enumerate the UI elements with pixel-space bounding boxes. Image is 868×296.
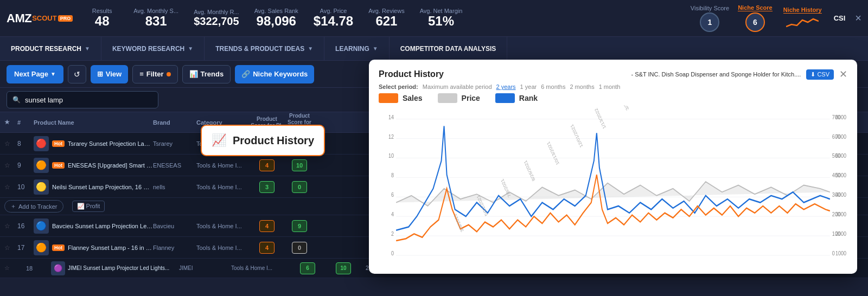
legend-price-box: [438, 93, 457, 103]
nav-keyword-research[interactable]: KEYWORD RESEARCH ▼: [101, 37, 205, 60]
modal-close-button[interactable]: ✕: [839, 68, 847, 80]
logo-text: AMZ: [7, 11, 31, 25]
logo-pro: PRO: [58, 15, 73, 22]
chevron-down-icon: ▼: [308, 46, 313, 52]
csv-button[interactable]: ⬇ CSV: [806, 69, 834, 80]
stat-sales-rank: Avg. Sales Rank 98,096: [254, 8, 298, 28]
star-cell[interactable]: ☆: [4, 222, 17, 230]
cat-cell: Tools & Home I...: [196, 184, 251, 190]
product-cell: 🟠 Hot Flanney Sunset Lamp - 16 in 1...: [34, 240, 153, 255]
period-1y[interactable]: 1 year: [520, 83, 537, 90]
row-num: 17: [17, 244, 34, 252]
star-cell-18[interactable]: ☆: [4, 265, 17, 272]
cat-cell: Tools & Home I...: [196, 223, 251, 229]
search-input-wrap[interactable]: 🔍 sunset lamp: [7, 91, 158, 108]
search-input[interactable]: sunset lamp: [25, 96, 63, 104]
product-cell: 🟠 Hot ENESEAS [Upgraded] Smart 16...: [34, 158, 153, 173]
score-res-cell: 9: [283, 220, 316, 232]
star-cell[interactable]: ☆: [4, 244, 17, 252]
brand-cell: Bavcieu: [153, 223, 196, 229]
product-history-label[interactable]: Product History: [233, 134, 314, 147]
nav-learning[interactable]: LEARNING ▼: [324, 37, 390, 60]
star-cell[interactable]: ☆: [4, 183, 17, 191]
top-close-button[interactable]: ×: [855, 12, 861, 24]
profit-icon: 📈: [77, 203, 85, 209]
col-header-brand: Brand: [153, 119, 196, 126]
row-num: 10: [17, 183, 34, 191]
trends-button[interactable]: 📊 Trends: [182, 65, 231, 83]
modal-subtitle: - S&T INC. Dish Soap Dispenser and Spong…: [631, 71, 801, 78]
add-to-tracker-button[interactable]: ＋ Add to Tracker: [4, 200, 63, 213]
view-button[interactable]: ⊞ View: [91, 65, 128, 83]
svg-text:0: 0: [391, 250, 394, 256]
product-name[interactable]: ENESEAS [Upgraded] Smart 16...: [68, 162, 153, 169]
period-2y[interactable]: 2 years: [496, 83, 516, 90]
period-1m[interactable]: 1 month: [599, 83, 621, 90]
nav-product-research[interactable]: PRODUCT RESEARCH ▼: [0, 37, 101, 60]
legend-sales: Sales: [379, 93, 423, 103]
modal-header: Product History - S&T INC. Dish Soap Dis…: [379, 68, 847, 80]
filter-button[interactable]: ≡ Filter: [132, 65, 177, 83]
filter-active-dot: [167, 72, 171, 76]
niche-history: Niche History: [783, 7, 822, 30]
refresh-button[interactable]: ↺: [68, 65, 86, 83]
product-name[interactable]: Neilsi Sunset Lamp Projection, 16 Colors…: [52, 184, 153, 190]
svg-text:3/3/2022: 3/3/2022: [618, 105, 630, 112]
stat-results: Results 48: [86, 8, 118, 28]
score-pl-cell: 3: [251, 181, 283, 193]
product-name[interactable]: Bavcieu Sunset Lamp Projection Led Lig..…: [52, 223, 153, 229]
stat-reviews: Avg. Reviews 621: [368, 8, 404, 28]
product-history-tooltip: 📈 Product History: [201, 125, 325, 156]
cat-cell: Tools & Home I...: [196, 244, 251, 251]
svg-text:12: 12: [388, 133, 394, 140]
period-max[interactable]: Maximum available period: [423, 83, 492, 90]
next-page-button[interactable]: Next Page ▼: [7, 65, 63, 83]
download-icon: ⬇: [810, 71, 815, 78]
hot-badge: Hot: [52, 244, 65, 251]
logo-scout: SCOUT: [32, 14, 57, 22]
chart-legend: Sales Price Rank: [379, 93, 847, 103]
profit-button[interactable]: 📈 Profit: [72, 201, 105, 212]
period-selector: Select period: Maximum available period …: [379, 83, 847, 90]
nav-competitor[interactable]: COMPETITOR DATA ANALYSIS: [390, 37, 508, 60]
product-thumbnail: 🟠: [34, 158, 49, 173]
legend-rank-box: [495, 93, 515, 103]
chart-line-icon: 📈: [212, 133, 226, 147]
product-name-18[interactable]: JIMEI Sunset Lamp Projector Led Lights..…: [68, 265, 169, 271]
nav-trends[interactable]: TRENDS & PRODUCT IDEAS ▼: [205, 37, 324, 60]
period-2m[interactable]: 2 months: [570, 83, 594, 90]
search-icon: 🔍: [12, 96, 21, 104]
chevron-down-icon: ▼: [85, 46, 90, 52]
product-cell: 🔵 Bavcieu Sunset Lamp Projection Led Lig…: [34, 218, 153, 234]
product-name[interactable]: Flanney Sunset Lamp - 16 in 1...: [68, 244, 153, 251]
product-thumbnail-18: 🟣: [51, 261, 65, 275]
product-name[interactable]: Tsrarey Sunset Projection Lamp,...: [68, 140, 153, 147]
product-thumbnail: 🟠: [34, 240, 49, 255]
star-cell[interactable]: ☆: [4, 162, 17, 169]
score-res-cell: 10: [283, 159, 316, 171]
svg-text:8000: 8000: [835, 114, 846, 120]
stats-group: Results 48 Avg. Monthly S... 831 Avg. Mo…: [86, 8, 686, 28]
svg-text:6: 6: [391, 191, 394, 198]
product-history-chart: 14 12 10 8 6 4 2 0 700 600 500 400 300 2…: [379, 105, 847, 265]
product-cell-18: 🟣 JIMEI Sunset Lamp Projector Led Lights…: [51, 261, 170, 275]
star-cell[interactable]: ☆: [4, 140, 17, 147]
product-thumbnail: 🟡: [34, 179, 49, 195]
period-6m[interactable]: 6 months: [541, 83, 565, 90]
niche-score: Niche Score 6: [738, 4, 773, 32]
svg-text:8/26/2021: 8/26/2021: [523, 159, 536, 183]
cat-18: Tools & Home I...: [231, 265, 285, 271]
row-num-18: 18: [26, 265, 42, 272]
svg-text:8: 8: [391, 172, 394, 178]
refresh-icon: ↺: [74, 70, 80, 79]
score-res-cell: 0: [283, 242, 316, 254]
row-num: 16: [17, 222, 34, 230]
svg-text:4000: 4000: [835, 191, 846, 198]
svg-text:0: 0: [832, 250, 835, 256]
visibility-score: Visibility Score 1: [691, 5, 729, 32]
svg-text:2: 2: [391, 230, 394, 237]
niche-keywords-button[interactable]: 🔗 Niche Keywords: [235, 65, 314, 83]
product-thumbnail: 🔵: [34, 218, 49, 234]
brand-cell: nells: [153, 184, 196, 190]
niche-score-circle: 6: [745, 12, 765, 32]
